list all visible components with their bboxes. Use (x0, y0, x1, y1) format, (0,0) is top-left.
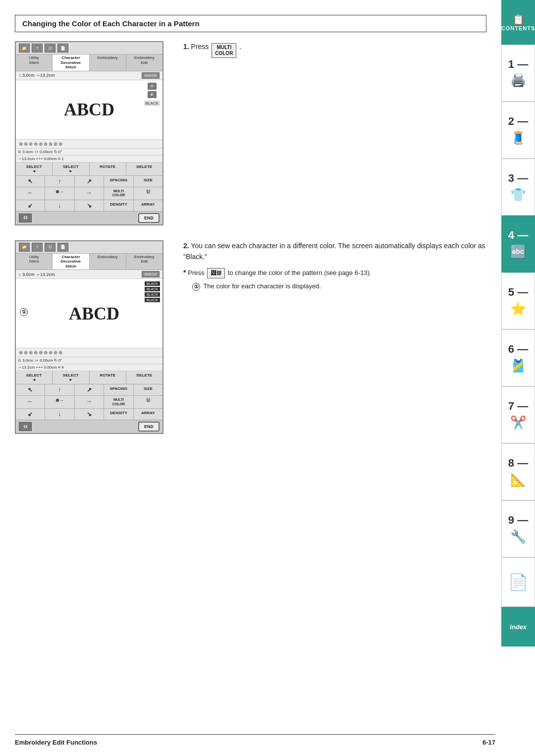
tab-embroidery-2[interactable]: Embroidery (90, 254, 126, 270)
spacing-btn-2[interactable]: SPACING (104, 384, 133, 395)
density-btn-1[interactable]: DENSITY (104, 200, 133, 211)
hash-9: ⊕ (58, 141, 62, 147)
screen-params-bar-2b: ↔13.2cm +++ 0.00cm ≡ 4 (16, 364, 162, 371)
end-btn-1[interactable]: END (138, 213, 160, 223)
array-btn-1[interactable]: ARRAY (134, 200, 162, 211)
sidebar-tab-contents[interactable]: 📋 CONTENTS (501, 0, 535, 45)
sidebar-tab-2[interactable]: 2 — 🧵 (501, 102, 535, 159)
tab-embroidery-edit-2[interactable]: EmbroideryEdit (126, 254, 162, 270)
settings-icon-2[interactable]: ⊡ (45, 243, 55, 252)
note-sub-row: ① The color for each character is displa… (192, 281, 486, 292)
tab-7-number: 7 — (508, 400, 528, 413)
section-title: Changing the Color of Each Character in … (15, 15, 486, 32)
tab-7-icon: ✂️ (510, 415, 526, 431)
sw-btn-2[interactable]: ↙ (16, 409, 45, 420)
circle-num-1: ① (192, 283, 200, 291)
sidebar-tab-1[interactable]: 1 — 🖨️ (501, 45, 535, 102)
rotate-btn-1[interactable]: ROTATE (90, 162, 126, 175)
help-icon-2[interactable]: ? (32, 243, 43, 252)
size-btn-2[interactable]: SIZE (134, 384, 162, 395)
monitor-icon-1: 🖥 (148, 91, 157, 98)
hash-4: ⊕ (34, 141, 38, 147)
params-text-1: ⊙ 3.0cm ↕+ 0.00cm ↻ 0° (18, 150, 62, 154)
sw-btn-1[interactable]: ↙ (16, 200, 45, 211)
film-key[interactable]: 🖼⊞ (207, 268, 225, 278)
doc-icon-2[interactable]: 📄 (57, 243, 68, 252)
multi-color-btn-1[interactable]: MULTICOLOR (104, 187, 133, 200)
sidebar-tab-index[interactable]: Index (501, 607, 535, 647)
film-icon-1[interactable]: 🎞 (19, 214, 32, 222)
ne-btn-1[interactable]: ↗ (75, 176, 104, 187)
sidebar-tab-5[interactable]: 5 — ⭐ (501, 272, 535, 329)
image-button-2[interactable]: IMAGE (142, 271, 160, 277)
measure-text-2: ↕ 3.0cm ↔13.2cm (19, 272, 55, 277)
mirror-btn-2[interactable]: ⟨|⟩ (134, 396, 162, 408)
tab-utility[interactable]: UtilityStitch (16, 54, 53, 71)
sidebar-tab-note[interactable]: 📄 (501, 557, 535, 607)
tab-8-icon: 📐 (510, 472, 526, 487)
n-btn-2[interactable]: ↑ (45, 384, 74, 395)
tab-character-2[interactable]: CharacterDecorativeStitch (53, 254, 89, 270)
center-btn-1[interactable]: ⊕→ (45, 187, 74, 200)
s-btn-2[interactable]: ↓ (45, 409, 74, 420)
end-btn-2[interactable]: END (138, 422, 160, 432)
abcd-text-1: ABCD (64, 99, 114, 120)
ne-btn-2[interactable]: ↗ (75, 384, 104, 395)
folder-icon[interactable]: 📁 (19, 44, 30, 53)
hash-2-3: ⊕ (29, 350, 33, 355)
sidebar-tab-3[interactable]: 3 — 👕 (501, 159, 535, 216)
w-btn-1[interactable]: ← (16, 187, 45, 200)
w-btn-2[interactable]: ← (16, 396, 45, 408)
hash-1: ⊕ (19, 141, 23, 147)
tab-embroidery-edit[interactable]: EmbroideryEdit (126, 54, 162, 71)
multi-color-btn-2[interactable]: MULTICOLOR (104, 396, 133, 408)
nw-btn-2[interactable]: ↖ (16, 384, 45, 395)
hash-row-1: ⊕ ⊕ ⊕ ⊕ ⊕ ⊕ ⊕ ⊕ ⊕ (16, 140, 162, 149)
settings-icon[interactable]: ⊡ (45, 44, 55, 53)
rotate-btn-2[interactable]: ROTATE (90, 371, 126, 384)
array-btn-2[interactable]: ARRAY (134, 409, 162, 420)
screen-bottom-bar-2: 🎞 END (16, 420, 162, 433)
center-btn-2[interactable]: ⊕→ (45, 396, 74, 408)
sidebar-tab-4[interactable]: 4 — 🔤 (501, 216, 535, 272)
hash-2-7: ⊕ (49, 350, 53, 355)
btn-row-2: ↖ ↑ ↗ SPACING SIZE (16, 176, 162, 187)
tab-character[interactable]: CharacterDecorativeStitch (53, 54, 89, 71)
help-icon[interactable]: ? (32, 44, 43, 53)
density-btn-2[interactable]: DENSITY (104, 409, 133, 420)
select-left-btn-2[interactable]: SELECT◄ (16, 371, 53, 384)
image-button-1[interactable]: IMAGE (142, 72, 160, 79)
s-btn-1[interactable]: ↓ (45, 200, 74, 211)
select-right-btn-1[interactable]: SELECT► (53, 162, 89, 175)
folder-icon-2[interactable]: 📁 (19, 243, 30, 252)
mirror-btn-1[interactable]: ⟨|⟩ (134, 187, 162, 200)
size-btn-1[interactable]: SIZE (134, 176, 162, 187)
se-btn-1[interactable]: ↘ (75, 200, 104, 211)
film-icon-2[interactable]: 🎞 (19, 422, 32, 431)
multi-color-key[interactable]: MULTICOLOR (212, 43, 236, 58)
sidebar-tab-7[interactable]: 7 — ✂️ (501, 386, 535, 443)
tab-embroidery[interactable]: Embroidery (90, 54, 126, 71)
sidebar-tab-6[interactable]: 6 — 🎽 (501, 329, 535, 386)
hash-row-2: ⊕ ⊕ ⊕ ⊕ ⊕ ⊕ ⊕ ⊕ ⊕ (16, 348, 162, 357)
select-right-btn-2[interactable]: SELECT► (53, 371, 89, 384)
note-star-row: * Press 🖼⊞ to change the color of the pa… (183, 267, 486, 278)
delete-btn-1[interactable]: DELETE (126, 162, 162, 175)
e-btn-1[interactable]: → (75, 187, 104, 200)
select-left-btn-1[interactable]: SELECT◄ (16, 162, 53, 175)
n-btn-1[interactable]: ↑ (45, 176, 74, 187)
delete-btn-2[interactable]: DELETE (126, 371, 162, 384)
step-2-body: You can sew each character in a differen… (183, 242, 485, 261)
screen-top-bar-1: 📁 ? ⊡ 📄 (16, 42, 162, 54)
tab-utility-2[interactable]: UtilityStitch (16, 254, 53, 270)
e-btn-2[interactable]: → (75, 396, 104, 408)
se-btn-2[interactable]: ↘ (75, 409, 104, 420)
spacing-btn-1[interactable]: SPACING (104, 176, 133, 187)
color-indicators: BLACK BLACK BLACK BLACK (145, 281, 160, 302)
hash-2-1: ⊕ (19, 350, 23, 355)
tab-2-icon: 🧵 (510, 130, 526, 146)
doc-icon[interactable]: 📄 (57, 44, 68, 53)
sidebar-tab-9[interactable]: 9 — 🔧 (501, 500, 535, 557)
nw-btn-1[interactable]: ↖ (16, 176, 45, 187)
sidebar-tab-8[interactable]: 8 — 📐 (501, 443, 535, 500)
